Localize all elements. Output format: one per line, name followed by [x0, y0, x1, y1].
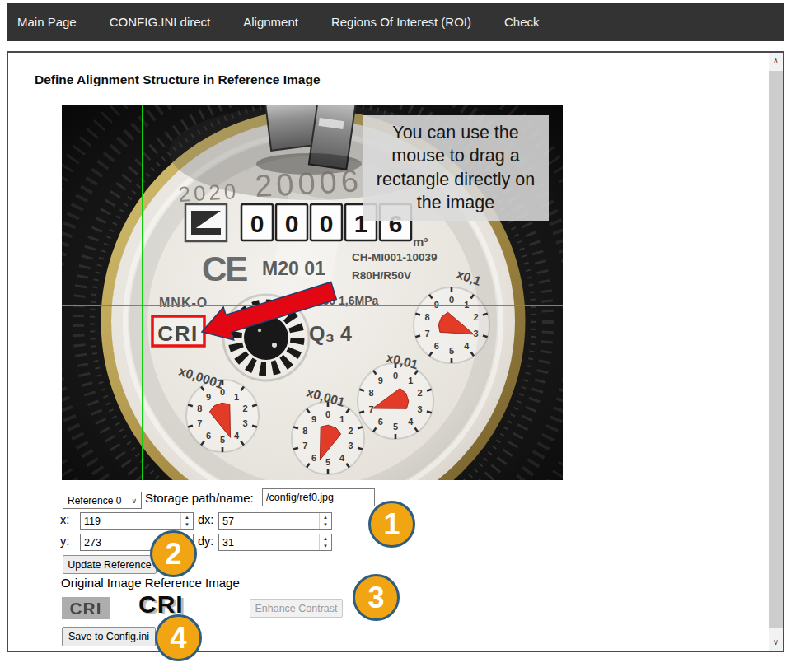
dx-label: dx: — [198, 513, 213, 526]
dx-field: ▲ ▼ — [218, 512, 332, 530]
dx-input[interactable] — [219, 513, 319, 529]
dy-field: ▲ ▼ — [218, 534, 332, 551]
step-badge-1: 1 — [368, 501, 415, 548]
dx-spinner-down-button[interactable]: ▼ — [320, 521, 331, 530]
dial-tick — [359, 390, 364, 391]
scrollbar-thumb[interactable] — [769, 71, 783, 628]
dial-digit: 7 — [302, 441, 307, 450]
x-spinner-down-button[interactable]: ▼ — [181, 521, 193, 530]
dial-tick — [188, 404, 193, 406]
ce-mark: CE — [202, 250, 247, 288]
dx-spinner-up-button[interactable]: ▲ — [320, 513, 331, 521]
dial-tick — [415, 335, 420, 337]
dial-digit: 4 — [234, 431, 240, 441]
dial-digit: 3 — [349, 441, 353, 450]
reference-select[interactable]: Reference 0 ∨ — [63, 492, 142, 509]
dial-digit: 4 — [339, 453, 345, 463]
storage-path-input[interactable] — [262, 488, 375, 506]
unit-label: m³ — [413, 235, 428, 249]
dial-digit: 7 — [424, 329, 429, 338]
x-input[interactable] — [81, 513, 180, 529]
nav-item-config-ini-direct[interactable]: CONFIG.INI direct — [93, 3, 227, 41]
nav-item-regions-of-interest-roi-[interactable]: Regions Of Interest (ROI) — [315, 3, 488, 41]
dial-digit: 9 — [311, 414, 316, 424]
approval-text: M20 01 — [262, 258, 325, 279]
dial-digit: 9 — [206, 392, 211, 402]
scroll-up-icon[interactable]: ∧ — [769, 53, 783, 69]
dy-label: dy: — [198, 534, 213, 548]
dial-x0-1: 0123456789 — [414, 287, 489, 363]
dial-digit: 4 — [408, 417, 414, 427]
dial-digit: 5 — [449, 346, 454, 356]
dial-digit: 3 — [473, 329, 478, 338]
stamp-year: 2020 — [178, 179, 240, 207]
dial-digit: 9 — [434, 300, 439, 310]
update-reference-button[interactable]: Update Reference — [63, 555, 157, 574]
dial-digit: 1 — [464, 300, 469, 310]
dial-tick — [483, 335, 488, 337]
dy-spinner-down-button[interactable]: ▼ — [320, 543, 331, 551]
dial-tick — [252, 404, 257, 406]
dial-digit: 7 — [368, 404, 373, 414]
scroll-down-icon[interactable]: ∨ — [769, 634, 783, 651]
odometer-digit: 0 — [276, 204, 307, 240]
enhance-contrast-button[interactable]: Enhance Contrast — [250, 599, 343, 618]
red-target-box: CRI — [152, 316, 204, 346]
dial-tick — [252, 426, 257, 427]
dial-tick — [358, 448, 363, 450]
dial-digit: 6 — [434, 341, 439, 351]
dial-digit: 2 — [473, 312, 478, 322]
dial-digit: 4 — [464, 341, 470, 351]
nav-item-alignment[interactable]: Alignment — [227, 3, 315, 41]
odometer-digit: 0 — [311, 204, 342, 240]
dial-digit: 5 — [393, 422, 398, 432]
dial-digit: 8 — [368, 388, 373, 398]
storage-path-label: Storage path/name: — [145, 491, 254, 505]
odometer-icon — [185, 204, 227, 241]
dial-digit: 8 — [302, 426, 307, 436]
dial-tick — [358, 427, 363, 428]
dy-input[interactable] — [219, 534, 319, 550]
dial-digit: 6 — [378, 417, 383, 427]
dial-digit: 0 — [393, 371, 398, 380]
dial-digit: 8 — [424, 312, 429, 322]
reference-select-value: Reference 0 — [68, 495, 121, 506]
stamp-serial: 20006 — [254, 163, 363, 203]
dial-x0-0001: 0123456789 — [186, 380, 259, 452]
nav-item-main-page[interactable]: Main Page — [7, 3, 93, 41]
q3-text: Q₃ 4 — [309, 322, 352, 345]
x-spinner-up-button[interactable]: ▲ — [181, 513, 193, 521]
dial-digit: 9 — [378, 376, 383, 385]
dial-digit: 1 — [234, 392, 239, 402]
dial-digit: 2 — [349, 426, 353, 436]
dial-digit: 1 — [339, 414, 344, 424]
reference-image-canvas[interactable]: 2020 20006 00016 m³ CE M20 01 — [62, 105, 563, 480]
page-title: Define Alignment Structure in Reference … — [35, 72, 321, 87]
svg-text:0: 0 — [250, 210, 264, 237]
dial-digit: 6 — [206, 431, 211, 441]
target-text: CRI — [157, 321, 198, 346]
frame-scrollbar[interactable]: ∧ ∨ — [769, 53, 783, 651]
dial-digit: 2 — [417, 388, 422, 398]
dial-x0-001: 0123456789 — [292, 402, 364, 474]
save-to-config-button[interactable]: Save to Config.ini — [62, 627, 156, 646]
dy-spinner-up-button[interactable]: ▲ — [320, 534, 331, 543]
dial-digit: 6 — [311, 453, 316, 463]
nav-item-check[interactable]: Check — [488, 3, 556, 41]
ratio-text: R80H/R50V — [352, 269, 411, 282]
dial-digit: 5 — [325, 457, 330, 467]
step-badge-2: 2 — [150, 530, 197, 577]
dial-tick — [427, 411, 432, 413]
dial-digit: 1 — [408, 376, 413, 385]
step-badge-4: 4 — [155, 614, 202, 661]
dial-digit: 8 — [197, 404, 202, 413]
images-section-label: Original Image Reference Image — [61, 576, 240, 590]
dial-digit: 7 — [197, 418, 202, 428]
dial-tick — [359, 411, 364, 413]
dial-digit: 3 — [243, 418, 248, 428]
odometer-digit: 0 — [241, 204, 273, 240]
step-badge-3: 3 — [353, 574, 400, 621]
x-field: ▲ ▼ — [80, 512, 194, 530]
dial-digit: 0 — [449, 295, 454, 305]
nav-bar: Main PageCONFIG.INI directAlignmentRegio… — [7, 3, 784, 41]
